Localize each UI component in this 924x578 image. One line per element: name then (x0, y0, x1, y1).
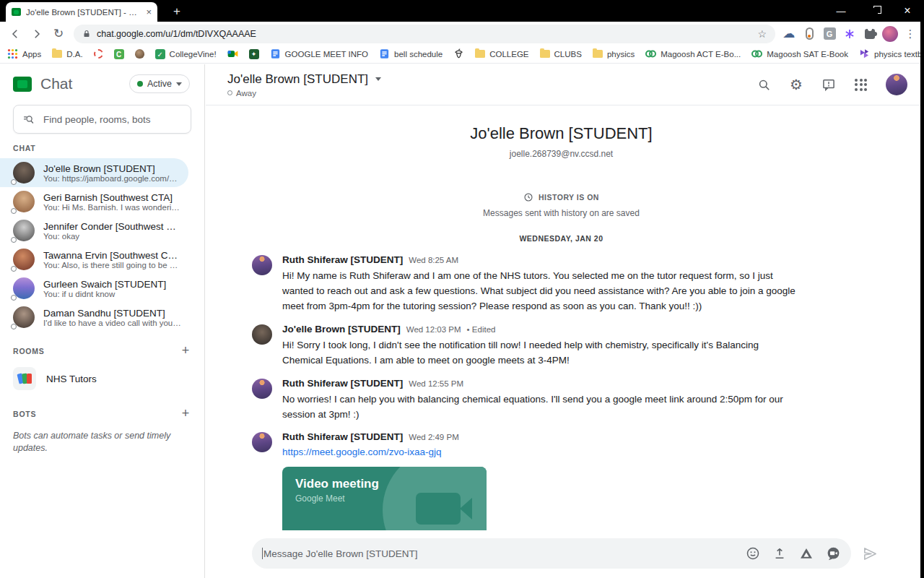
reload-button[interactable]: ↻ (48, 24, 69, 44)
browser-tab[interactable]: Jo'elle Brown [STUDENT] - Chat × (6, 2, 157, 22)
avatar (13, 191, 35, 212)
folder-icon (593, 50, 603, 59)
message-thread[interactable]: Jo'elle Brown [STUDENT] joelle.268739@nv… (206, 105, 917, 530)
meet-link[interactable]: https://meet.google.com/zvo-ixaa-gjq (282, 447, 442, 457)
search-input[interactable]: Find people, rooms, bots (13, 105, 191, 134)
bookmark-icon-only[interactable]: ✦ (249, 49, 259, 59)
history-subtext: Messages sent with history on are saved (206, 208, 917, 218)
browser-toolbar: ↻ chat.google.com/u/1/dm/tDIVXQAAAAE ☆ ☁… (0, 22, 924, 46)
presence-selector[interactable]: Active (129, 74, 190, 93)
app-title: Chat (40, 75, 129, 92)
bookmark-magoosh-act-e-bo-[interactable]: Magoosh ACT E-Bo... (645, 48, 741, 61)
sender-name: Jo'elle Brown [STUDENT] (282, 324, 401, 335)
bookmark-magoosh-sat-e-book[interactable]: Magoosh SAT E-Book (751, 48, 848, 61)
date-divider: WEDNESDAY, JAN 20 (206, 234, 917, 243)
magoosh-icon (645, 48, 656, 61)
rooms-section-label: ROOMS (13, 347, 182, 355)
conversation-name: Jennifer Conder [Southwest CTA] (43, 221, 181, 232)
chevron-down-icon (176, 82, 182, 86)
away-ring-icon (11, 324, 17, 329)
bookmark-clubs[interactable]: CLUBS (540, 50, 582, 59)
conversation-menu-icon[interactable] (375, 77, 381, 81)
bookmark-collegevine-[interactable]: ✓CollegeVine! (155, 49, 217, 59)
add-bot-button[interactable]: + (182, 406, 190, 421)
conversation-preview: You: Also, is there still going to be an… (43, 261, 181, 269)
conversation-item[interactable]: Gurleen Swaich [STUDENT]You: if u didnt … (0, 274, 188, 303)
active-dot-icon (137, 81, 143, 87)
bookmark-college[interactable]: COLLEGE (475, 50, 528, 59)
bookmark-physics[interactable]: physics (593, 50, 635, 59)
video-meeting-card[interactable]: Video meetingGoogle Meet (282, 467, 487, 530)
settings-gear-icon[interactable]: ⚙ (790, 76, 803, 93)
tab-close-icon[interactable]: × (146, 7, 152, 17)
history-clock-icon (523, 192, 533, 202)
message: Ruth Shiferaw [STUDENT]Wed 2:49 PMhttps:… (252, 431, 917, 530)
window-restore-button[interactable] (858, 0, 891, 22)
conversation-item[interactable]: Geri Barnish [Southwest CTA]You: Hi Ms. … (0, 187, 188, 216)
bookmark-icon-only[interactable]: C (114, 49, 124, 59)
message: Jo'elle Brown [STUDENT]Wed 12:03 PM• Edi… (252, 324, 917, 368)
back-button[interactable] (4, 24, 26, 44)
bookmark-icon-only[interactable] (135, 49, 144, 60)
browser-titlebar: Jo'elle Brown [STUDENT] - Chat × + — × (0, 0, 924, 22)
away-ring-icon (11, 266, 17, 272)
conversation-item[interactable]: Jo'elle Brown [STUDENT]You: https://jamb… (0, 158, 188, 187)
search-in-chat-icon[interactable] (757, 78, 771, 92)
play-triangles-icon (859, 48, 870, 61)
forward-button[interactable] (26, 24, 48, 44)
puzzle-extension-icon[interactable] (860, 25, 879, 43)
room-item[interactable]: NHS Tutors (0, 361, 204, 396)
bookmark-google-meet-info[interactable]: GOOGLE MEET INFO (270, 48, 368, 61)
avatar (13, 249, 35, 270)
feedback-icon[interactable] (821, 77, 836, 92)
message-input[interactable]: Message Jo'elle Brown [STUDENT] (252, 538, 851, 569)
sender-name: Ruth Shiferaw [STUDENT] (282, 431, 403, 442)
conversation-preview: You: https://jamboard.google.com/d/1… (43, 174, 181, 183)
bookmark-icon-only[interactable] (453, 48, 464, 61)
sender-avatar (252, 324, 272, 345)
bookmark-icon-only[interactable] (227, 48, 238, 61)
message-text: Hi! Sorry I took long, I didn't see the … (282, 338, 798, 368)
conversation-item[interactable]: Daman Sandhu [STUDENT]I'd like to have a… (0, 303, 188, 332)
window-close-button[interactable]: × (891, 0, 924, 22)
new-tab-button[interactable]: + (167, 3, 186, 20)
browser-menu-icon[interactable]: ⋮ (901, 25, 920, 43)
bookmark-bell-schedule[interactable]: bell schedule (379, 48, 443, 61)
status-pill-extension-icon[interactable] (800, 25, 819, 43)
message-time: Wed 8:25 AM (409, 256, 458, 264)
browser-profile-avatar[interactable] (881, 25, 899, 43)
folder-icon (52, 50, 62, 59)
sender-avatar (252, 379, 272, 399)
g-extension-icon[interactable]: G (820, 25, 839, 43)
chat-favicon-icon (12, 8, 21, 16)
away-ring-icon (11, 179, 17, 185)
bookmark-apps[interactable]: Apps (7, 48, 41, 61)
magoosh-icon (751, 48, 762, 61)
user-avatar[interactable] (886, 74, 907, 95)
upload-icon[interactable] (772, 546, 787, 561)
asterisk-extension-icon[interactable] (840, 25, 859, 43)
sender-name: Ruth Shiferaw [STUDENT] (282, 378, 403, 389)
address-bar[interactable]: chat.google.com/u/1/dm/tDIVXQAAAAE ☆ (74, 25, 775, 43)
send-button[interactable] (862, 545, 879, 562)
apps-grid-icon[interactable] (855, 79, 867, 91)
conversation-preview: I'd like to have a video call with you o… (43, 319, 181, 327)
window-minimize-button[interactable]: — (824, 0, 858, 22)
avatar (13, 220, 35, 241)
bookmark-icon-only[interactable] (94, 49, 103, 60)
drive-icon[interactable] (799, 546, 814, 561)
bookmark-physics-textbook-vids[interactable]: physics textbook vids (859, 48, 924, 61)
add-room-button[interactable]: + (182, 343, 190, 358)
conversation-preview: You: Hi Ms. Barnish. I was wondering if… (43, 203, 181, 212)
message-time: Wed 2:49 PM (409, 433, 458, 441)
emoji-icon[interactable] (746, 546, 760, 561)
conversation-name: Geri Barnish [Southwest CTA] (43, 192, 181, 203)
conversation-item[interactable]: Tawanna Ervin [Southwest CTA]You: Also, … (0, 245, 188, 274)
bookmark-star-icon[interactable]: ☆ (757, 28, 767, 40)
conversation-list: Jo'elle Brown [STUDENT]You: https://jamb… (0, 158, 204, 332)
video-meeting-icon[interactable] (826, 546, 841, 561)
screen-edge (920, 0, 924, 578)
conversation-item[interactable]: Jennifer Conder [Southwest CTA]You: okay (0, 216, 188, 245)
bookmark-d-a-[interactable]: D.A. (52, 50, 82, 59)
cloud-extension-icon[interactable]: ☁ (780, 25, 798, 43)
